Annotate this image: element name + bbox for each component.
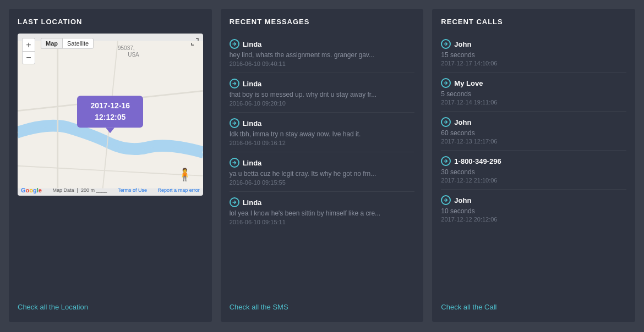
svg-text:95037,: 95037,: [118, 45, 135, 51]
map-data-label: Map Data | 200 m ⎯⎯⎯⎯: [53, 187, 107, 193]
zoom-out-button[interactable]: −: [22, 51, 35, 64]
message-icon: [230, 197, 239, 207]
location-panel: LAST LOCATION 95037, USA + − Map Satelli…: [9, 9, 212, 322]
call-contact: John: [454, 196, 471, 204]
message-icon: [230, 158, 239, 168]
call-item: John 60 seconds 2017-12-13 12:17:06: [441, 112, 626, 151]
message-icon: [230, 118, 239, 128]
message-sender: Linda: [243, 159, 262, 167]
check-all-sms-link[interactable]: Check all the SMS: [230, 303, 288, 311]
map-date: 2017-12-16: [85, 100, 135, 112]
call-duration: 10 seconds: [441, 207, 626, 215]
call-duration: 30 seconds: [441, 168, 626, 176]
message-item: Linda ya u betta cuz he legit cray. Its …: [230, 152, 415, 192]
zoom-in-button[interactable]: +: [22, 38, 35, 51]
message-date: 2016-06-10 09:15:55: [230, 179, 415, 186]
map-expand-button[interactable]: [191, 38, 199, 47]
messages-panel-title: RECENT MESSAGES: [230, 18, 415, 26]
message-date: 2016-06-10 09:40:11: [230, 60, 415, 67]
map-type-map-button[interactable]: Map: [41, 38, 62, 49]
call-contact: My Love: [454, 79, 483, 87]
call-icon: [441, 78, 451, 88]
call-date: 2017-12-12 21:10:06: [441, 177, 626, 184]
call-date: 2017-12-12 20:12:06: [441, 216, 626, 223]
google-logo: Google: [21, 187, 42, 193]
message-sender: Linda: [243, 80, 262, 88]
message-date: 2016-06-10 09:20:10: [230, 100, 415, 107]
message-preview: lol yea I know he's been sittin by himse…: [230, 209, 415, 217]
message-item: Linda Idk tbh, imma try n stay away now.…: [230, 113, 415, 152]
message-sender: Linda: [243, 119, 262, 128]
check-all-call-link[interactable]: Check all the Call: [441, 303, 496, 311]
call-item: 1-800-349-296 30 seconds 2017-12-12 21:1…: [441, 151, 626, 190]
message-preview: Idk tbh, imma try n stay away now. Ive h…: [230, 130, 415, 138]
call-contact: John: [454, 118, 471, 126]
call-duration: 60 seconds: [441, 129, 626, 137]
call-contact: 1-800-349-296: [454, 157, 501, 165]
message-preview: ya u betta cuz he legit cray. Its why he…: [230, 170, 415, 178]
map-figure: 🧍: [177, 168, 192, 182]
calls-panel-title: RECENT CALLS: [441, 18, 626, 26]
call-duration: 5 seconds: [441, 90, 626, 98]
map-pin: 2017-12-16 12:12:05: [77, 96, 143, 128]
message-item: Linda lol yea I know he's been sittin by…: [230, 192, 415, 231]
message-icon: [230, 79, 239, 88]
messages-list: Linda hey lind, whats the assignment ms.…: [230, 34, 415, 231]
call-icon: [441, 195, 451, 205]
message-date: 2016-06-10 09:15:11: [230, 219, 415, 225]
map-zoom-controls: + −: [22, 38, 35, 64]
map-type-controls: Map Satellite: [41, 38, 94, 49]
message-date: 2016-06-10 09:16:12: [230, 140, 415, 146]
report-map-error[interactable]: Report a map error: [158, 187, 200, 193]
call-item: My Love 5 seconds 2017-12-14 19:11:06: [441, 73, 626, 112]
map-container: 95037, USA + − Map Satellite 2017-12-16 …: [18, 34, 203, 196]
call-item: John 10 seconds 2017-12-12 20:12:06: [441, 190, 626, 228]
terms-of-use[interactable]: Terms of Use: [118, 187, 147, 193]
message-preview: that boy is so messed up. why dnt u stay…: [230, 91, 415, 98]
svg-text:USA: USA: [128, 52, 139, 58]
map-time: 12:12:05: [85, 112, 135, 123]
check-all-location-link[interactable]: Check all the Location: [18, 303, 88, 311]
location-panel-title: LAST LOCATION: [18, 18, 203, 26]
map-pin-bubble: 2017-12-16 12:12:05: [77, 96, 143, 128]
messages-panel: RECENT MESSAGES Linda hey lind, whats th…: [221, 9, 424, 322]
call-date: 2017-12-17 14:10:06: [441, 60, 626, 67]
call-item: John 15 seconds 2017-12-17 14:10:06: [441, 34, 626, 73]
calls-list: John 15 seconds 2017-12-17 14:10:06 My L…: [441, 34, 626, 228]
message-item: Linda hey lind, whats the assignment ms.…: [230, 34, 415, 73]
message-item: Linda that boy is so messed up. why dnt …: [230, 73, 415, 113]
call-icon: [441, 39, 451, 49]
message-preview: hey lind, whats the assignment ms. grang…: [230, 51, 415, 59]
call-duration: 15 seconds: [441, 51, 626, 59]
message-sender: Linda: [243, 198, 262, 207]
message-icon: [230, 39, 239, 49]
message-sender: Linda: [243, 40, 262, 48]
call-date: 2017-12-13 12:17:06: [441, 138, 626, 145]
map-footer: Google Map Data | 200 m ⎯⎯⎯⎯ Terms of Us…: [21, 187, 200, 193]
call-contact: John: [454, 40, 471, 48]
call-icon: [441, 156, 451, 166]
call-date: 2017-12-14 19:11:06: [441, 99, 626, 106]
map-type-satellite-button[interactable]: Satellite: [62, 38, 94, 49]
call-icon: [441, 117, 451, 127]
calls-panel: RECENT CALLS John 15 seconds 2017-12-17 …: [432, 9, 635, 322]
